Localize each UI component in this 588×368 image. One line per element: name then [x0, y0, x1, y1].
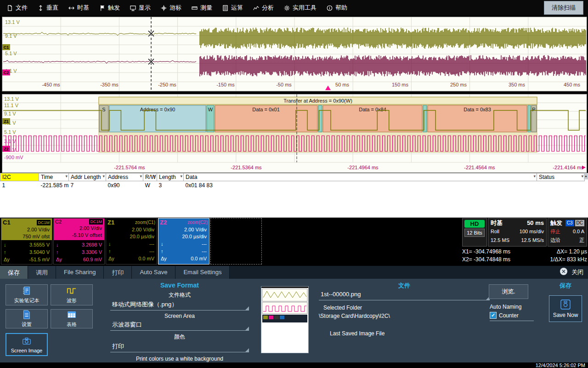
t-label: -250 ms	[158, 82, 176, 87]
t-label: -221.4164 ms	[553, 165, 584, 170]
z1-channel-tag[interactable]: Z1	[2, 118, 10, 124]
col-address[interactable]: Address	[106, 173, 143, 181]
screen-area-select[interactable]: 示波器窗口	[110, 320, 249, 331]
col-addr-length[interactable]: Addr Length	[69, 173, 106, 181]
svg-text:Z1: Z1	[4, 119, 9, 124]
browse-button[interactable]: 浏览.	[489, 284, 528, 299]
t-label: 450 ms	[564, 82, 581, 87]
svg-text:C1: C1	[4, 45, 9, 50]
descriptor-z2-selected[interactable]: Z2 zoom(C2) 2.00 V/div 20.0 µs/div ↓--- …	[158, 218, 209, 264]
inv-dx-readout: 1/ΔX= 833 kHz	[550, 256, 587, 264]
screen-image-button[interactable]: Screen Image	[6, 333, 48, 356]
c1-channel-tag[interactable]: C1	[2, 44, 10, 50]
c2-channel-tag[interactable]: C2	[2, 69, 10, 75]
grid-lines	[2, 17, 587, 91]
menu-cursors[interactable]: 游标	[156, 0, 187, 16]
trigger-position-marker[interactable]	[325, 86, 331, 90]
close-dialog-icon[interactable]	[560, 267, 568, 277]
zoom-waveform-grid[interactable]: Transfer at Address = 0x90(W) S Address …	[2, 94, 587, 173]
counter-checkbox[interactable]	[490, 312, 497, 319]
hd-bits: 12 Bits	[464, 229, 485, 237]
t-label: -221.5764 ms	[114, 165, 145, 170]
menu-math[interactable]: 运算	[217, 0, 248, 16]
menu-file[interactable]: 文件	[2, 0, 33, 16]
x1-readout: X1= -304.74968 ms	[462, 248, 510, 256]
c2-coupling-badge: DC1M	[89, 219, 103, 224]
save-format-panel: Save Format 文件格式 移动式网络图像（.png） Screen Ar…	[110, 282, 249, 362]
tab-recall[interactable]: 调用	[28, 266, 56, 279]
descriptor-z1[interactable]: Z1 zoom(C1) 2.00 V/div 20.0 µs/div ↓--- …	[106, 218, 157, 264]
menu-display[interactable]: 显示	[125, 0, 156, 16]
decode-ack3-box	[528, 105, 531, 132]
tab-file-sharing[interactable]: File Sharing	[56, 266, 104, 279]
col-data[interactable]: Data	[184, 173, 537, 181]
menu-measure[interactable]: 测量	[187, 0, 217, 16]
descriptor-empty-slot[interactable]	[210, 218, 262, 264]
menu-bar: 文件 垂直 时基 触发 显示 游标 测量 运算 分析 实用工具 帮助 清除扫描	[0, 0, 588, 16]
notebook-icon	[21, 286, 32, 296]
decode-transfer-label: Transfer at Address = 0x90(W)	[283, 98, 352, 104]
lab-notebook-button[interactable]: 实验笔记本	[6, 284, 48, 305]
col-status[interactable]: Status	[537, 173, 585, 181]
descriptor-c2[interactable]: C2 DC1M 2.00 V/div -5.10 V offset ↓3.269…	[53, 218, 105, 264]
trigger-flag-icon	[99, 5, 105, 11]
scroll-right-arrow[interactable]	[582, 166, 586, 169]
t-label: -450 ms	[42, 82, 60, 87]
cursor-crosshair-icon	[161, 5, 167, 11]
file-icon	[7, 5, 13, 11]
decode-table-row[interactable]: 1 -221.585 ms 7 0x90 W 3 0x01 84 83	[0, 181, 585, 190]
z2-channel-tag[interactable]: Z2	[2, 146, 10, 152]
setup-document-icon	[22, 310, 32, 320]
timebase-box[interactable]: 时基50 ms Roll100 ms/div 12.5 MS12.5 MS/s	[488, 218, 547, 247]
z2-name: Z2	[160, 219, 167, 226]
tab-save[interactable]: 保存	[0, 266, 28, 279]
tab-email-settings[interactable]: Email Settings	[175, 266, 230, 279]
save-now-button[interactable]: Save Now	[549, 295, 582, 322]
col-rw[interactable]: R/W	[143, 173, 157, 181]
main-waveform-grid[interactable]: 13.1 V 9.1 V 5.1 V 1.1 V C1 C2 -450 ms -…	[2, 17, 587, 92]
menu-timebase[interactable]: 时基	[63, 0, 94, 16]
t-label: -150 ms	[216, 82, 235, 87]
svg-text:Address = 0x90: Address = 0x90	[140, 107, 175, 112]
table-icon	[66, 310, 77, 320]
z1-name: Z1	[107, 219, 114, 226]
menu-analysis[interactable]: 分析	[248, 0, 279, 16]
waveform-button[interactable]: 波形	[51, 284, 93, 305]
tab-print[interactable]: 打印	[104, 266, 132, 279]
menu-vertical[interactable]: 垂直	[33, 0, 63, 16]
svg-text:P: P	[532, 107, 535, 112]
datetime: 12/4/2024 5:26:02 PM	[536, 362, 585, 368]
horizontal-arrows-icon	[68, 5, 74, 11]
counter-row: Counter	[490, 312, 534, 321]
square-wave-icon	[66, 286, 78, 296]
v-label: 11.1 V	[4, 103, 19, 108]
save-panel: 保存 Save Now	[545, 282, 586, 322]
close-dialog-label[interactable]: 关闭	[571, 268, 583, 276]
file-format-select[interactable]: 移动式网络图像（.png）	[110, 300, 249, 310]
svg-text:Data = 0x83: Data = 0x83	[464, 107, 491, 112]
color-select[interactable]: 打印	[110, 342, 249, 352]
v-label: 13.1 V	[4, 96, 19, 102]
setup-button[interactable]: 设置	[6, 309, 48, 328]
col-time[interactable]: Time	[39, 173, 69, 181]
v-label: 13.1 V	[5, 19, 20, 25]
svg-text:W: W	[208, 107, 213, 112]
menu-help[interactable]: 帮助	[322, 0, 352, 16]
descriptor-c1[interactable]: C1 DC1M 2.00 V/div 750 mV ofst ↓3.5555 V…	[1, 218, 52, 264]
menu-utilities[interactable]: 实用工具	[279, 0, 322, 16]
filename-input[interactable]: 1st--00000.png	[319, 290, 490, 300]
hd-mode-box[interactable]: HD 12 Bits	[462, 218, 487, 247]
col-length[interactable]: Length	[157, 173, 184, 181]
table-scroll-up[interactable]: ▲	[584, 173, 588, 179]
clear-sweeps-button[interactable]: 清除扫描	[544, 1, 583, 15]
table-button[interactable]: 表格	[51, 309, 93, 328]
trigger-box[interactable]: 触发 C3 DC 停止0.0 A 边沿正	[548, 218, 587, 247]
i2c-decode-overlay[interactable]: Transfer at Address = 0x90(W) S Address …	[99, 97, 537, 152]
t-label: -50 ms	[276, 82, 292, 87]
selected-folder-label: Selected Folder	[323, 305, 362, 311]
decode-source-header[interactable]: I2C	[0, 173, 39, 181]
file-panel: 文件 1st--00000.png 浏览. Selected Folder \S…	[317, 282, 537, 355]
menu-trigger[interactable]: 触发	[94, 0, 125, 16]
counter-label: Counter	[499, 312, 519, 319]
tab-auto-save[interactable]: Auto Save	[132, 266, 175, 279]
